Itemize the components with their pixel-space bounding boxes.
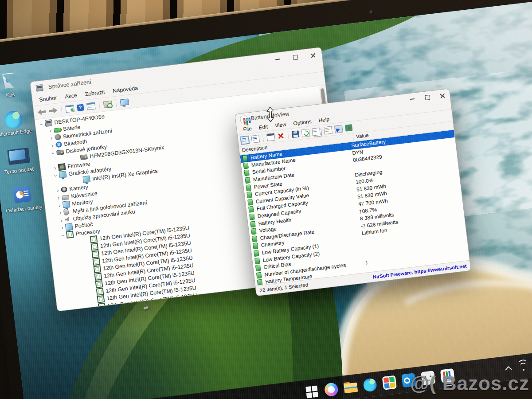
battery-icon	[249, 214, 255, 220]
chevron-right-icon[interactable]: ›	[56, 202, 63, 208]
chevron-right-icon[interactable]: ›	[55, 195, 62, 201]
device-manager-icon	[35, 84, 43, 91]
indent-spacer	[89, 277, 94, 278]
chevron-right-icon[interactable]: ›	[47, 127, 54, 133]
chevron-right-icon[interactable]: ›	[52, 164, 58, 171]
watermark: @( Bazos.cz	[410, 372, 529, 395]
battery-icon	[247, 199, 253, 206]
chevron-down-icon[interactable]: ›	[50, 150, 56, 156]
screen: ♻KošMicrosoft EdgeTento počítačOvládací …	[0, 0, 532, 399]
fingerprint-icon	[55, 134, 61, 141]
wifi-icon[interactable]	[518, 363, 528, 371]
indent-spacer	[85, 247, 91, 248]
scan-hardware-icon[interactable]	[103, 100, 113, 108]
chevron-down-icon[interactable]: ›	[53, 172, 59, 179]
indent-spacer	[88, 270, 94, 270]
maximize-button[interactable]	[286, 50, 305, 65]
close-button[interactable]	[434, 89, 450, 102]
gpu-icon	[59, 171, 67, 178]
report-icon[interactable]	[251, 135, 260, 143]
battery-icon	[256, 272, 262, 278]
window-icon[interactable]	[266, 133, 275, 141]
menu-item-zobrazit[interactable]: Zobrazit	[81, 87, 110, 98]
minimize-button[interactable]	[268, 52, 287, 67]
cpu-icon	[90, 235, 98, 243]
save-icon[interactable]	[292, 130, 300, 138]
back-icon[interactable]	[37, 109, 46, 115]
battery-icon	[248, 206, 254, 213]
chevron-right-icon[interactable]: ›	[48, 135, 55, 141]
chevron-down-icon[interactable]: ›	[39, 121, 45, 127]
computer-icon	[45, 119, 53, 127]
chevron-right-icon[interactable]: ›	[49, 142, 55, 149]
tray-expand-icon[interactable]	[505, 366, 512, 372]
taskbar-microsoft-store-icon[interactable]	[381, 374, 398, 391]
battery-icon	[251, 228, 257, 235]
delete-icon[interactable]	[277, 132, 285, 140]
battery-icon	[253, 243, 258, 250]
open-in-browser-icon[interactable]	[334, 125, 343, 133]
battery-info-view-icon	[240, 115, 248, 123]
indent-spacer	[84, 239, 90, 240]
desktop-icon-recycle-bin[interactable]: ♻Koš	[0, 71, 30, 100]
desktop-icon-label: Tento počítač	[0, 166, 39, 176]
menu-item-help[interactable]: Help	[314, 115, 333, 125]
speaker-icon	[64, 216, 71, 223]
menu-item-file[interactable]: File	[239, 124, 255, 134]
chevron-right-icon[interactable]: ›	[59, 224, 65, 231]
minimize-button[interactable]	[404, 93, 421, 106]
exit-icon[interactable]	[345, 124, 353, 132]
display-icon[interactable]	[120, 98, 129, 106]
desktop-icon-control-panel[interactable]: Ovládací panely	[3, 185, 43, 214]
copy-icon[interactable]	[312, 127, 321, 136]
battery-icon	[243, 162, 249, 169]
item-properties-icon[interactable]	[324, 126, 332, 134]
battery-icon	[246, 184, 251, 191]
menu-item-edit[interactable]: Edit	[255, 122, 272, 132]
help-icon[interactable]	[77, 104, 84, 111]
chevron-down-icon[interactable]: ›	[60, 232, 66, 239]
taskbar-edge-icon[interactable]	[362, 376, 379, 393]
desktop-icon-label: Ovládací panely	[5, 204, 43, 214]
chevron-right-icon[interactable]: ›	[55, 187, 61, 193]
recycle-bin-glyph: ♻	[1, 72, 16, 89]
list-panel-icon[interactable]	[86, 102, 96, 110]
taskbar-file-explorer-icon[interactable]	[342, 379, 359, 396]
this-pc-glyph	[7, 148, 30, 165]
refresh-icon[interactable]	[301, 129, 310, 137]
this-pc-icon	[7, 148, 28, 168]
monitor-blue-icon	[63, 201, 70, 208]
desktop-icon-this-pc[interactable]: Tento počítač	[0, 147, 39, 176]
battery-icon	[246, 192, 252, 198]
camera-icon	[61, 186, 67, 193]
edge-glyph	[4, 110, 23, 129]
menu-item-soubor[interactable]: Soubor	[35, 93, 61, 104]
recycle-bin-icon: ♻	[0, 72, 20, 92]
desktop-icon-edge[interactable]: Microsoft Edge	[0, 109, 34, 138]
keyboard-icon	[62, 195, 69, 200]
cpu-icon	[92, 258, 100, 266]
battery-icon	[245, 177, 250, 184]
chevron-right-icon[interactable]: ›	[58, 217, 64, 223]
cpu-icon	[66, 231, 74, 239]
cpu-icon	[96, 288, 104, 296]
resize-cursor-icon	[265, 106, 276, 123]
indent-spacer	[90, 285, 95, 286]
indent-spacer	[74, 157, 80, 158]
maximize-button[interactable]	[419, 91, 435, 104]
indent-spacer	[77, 180, 82, 180]
chevron-right-icon[interactable]: ›	[57, 210, 63, 216]
menu-item-akce[interactable]: Akce	[60, 91, 82, 101]
control-panel-glyph	[13, 186, 31, 203]
taskbar-start-icon[interactable]	[304, 383, 321, 399]
battery-icon	[255, 265, 261, 271]
properties-icon[interactable]	[240, 136, 249, 144]
close-button[interactable]	[303, 47, 322, 63]
cpu-icon	[94, 265, 102, 273]
forward-icon[interactable]	[49, 107, 58, 114]
battery-icon	[242, 155, 248, 162]
photo-of-laptop: ♻KošMicrosoft EdgeTento počítačOvládací …	[0, 0, 532, 399]
console-panel-icon[interactable]	[65, 105, 74, 113]
battery-icon	[252, 235, 258, 242]
taskbar-copilot-icon[interactable]	[323, 381, 340, 398]
